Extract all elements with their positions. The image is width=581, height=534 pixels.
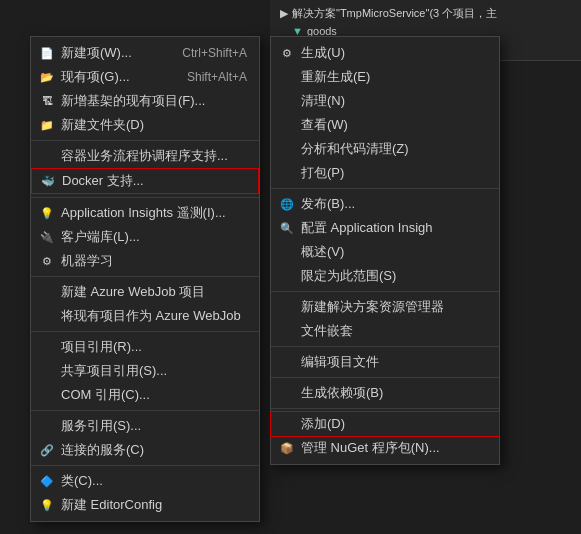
class-label: 类(C)... xyxy=(61,472,103,490)
build-label: 生成(U) xyxy=(301,44,345,62)
menu-container-orchestration[interactable]: 容器业务流程协调程序支持... xyxy=(31,144,259,168)
menu-manage-nuget[interactable]: 📦 管理 NuGet 程序包(N)... xyxy=(271,436,499,460)
edit-project-label: 编辑项目文件 xyxy=(301,353,379,371)
sep1 xyxy=(31,140,259,141)
solution-title: 解决方案"TmpMicroService"(3 个项目，主 xyxy=(292,6,497,21)
solution-row: ▶ 解决方案"TmpMicroService"(3 个项目，主 xyxy=(276,4,575,23)
solution-icon: ▶ xyxy=(280,7,288,20)
right-context-menu: ⚙ 生成(U) 重新生成(E) 清理(N) 查看(W) 分析和代码清理(Z) 打… xyxy=(270,36,500,465)
add-label: 添加(D) xyxy=(301,415,345,433)
menu-class[interactable]: 🔷 类(C)... xyxy=(31,469,259,493)
view-label: 查看(W) xyxy=(301,116,348,134)
right-sep3 xyxy=(271,346,499,347)
file-nesting-label: 文件嵌套 xyxy=(301,322,353,340)
ml-label: 机器学习 xyxy=(61,252,113,270)
menu-pack[interactable]: 打包(P) xyxy=(271,161,499,185)
editor-config-icon: 💡 xyxy=(39,497,55,513)
publish-label: 发布(B)... xyxy=(301,195,355,213)
left-context-menu: 📄 新建项(W)... Ctrl+Shift+A 📂 现有项(G)... Shi… xyxy=(30,36,260,522)
new-folder-label: 新建文件夹(D) xyxy=(61,116,144,134)
menu-publish[interactable]: 🌐 发布(B)... xyxy=(271,192,499,216)
new-item-shortcut: Ctrl+Shift+A xyxy=(182,46,247,60)
menu-clean[interactable]: 清理(N) xyxy=(271,89,499,113)
menu-existing-azure-webjob[interactable]: 将现有项目作为 Azure WebJob xyxy=(31,304,259,328)
publish-icon: 🌐 xyxy=(279,196,295,212)
menu-app-insights[interactable]: 💡 Application Insights 遥测(I)... xyxy=(31,201,259,225)
configure-insights-label: 配置 Application Insigh xyxy=(301,219,433,237)
app-insights-icon: 💡 xyxy=(39,205,55,221)
clean-label: 清理(N) xyxy=(301,92,345,110)
client-lib-label: 客户端库(L)... xyxy=(61,228,140,246)
container-orch-label: 容器业务流程协调程序支持... xyxy=(61,147,228,165)
manage-nuget-label: 管理 NuGet 程序包(N)... xyxy=(301,439,440,457)
menu-existing-item[interactable]: 📂 现有项(G)... Shift+Alt+A xyxy=(31,65,259,89)
com-ref-label: COM 引用(C)... xyxy=(61,386,150,404)
menu-add[interactable]: 添加(D) xyxy=(271,412,499,436)
new-azure-webjob-label: 新建 Azure WebJob 项目 xyxy=(61,283,205,301)
editor-config-label: 新建 EditorConfig xyxy=(61,496,162,514)
analyze-label: 分析和代码清理(Z) xyxy=(301,140,409,158)
menu-service-ref[interactable]: 服务引用(S)... xyxy=(31,414,259,438)
sep5 xyxy=(31,410,259,411)
existing-item-shortcut: Shift+Alt+A xyxy=(187,70,247,84)
rebuild-label: 重新生成(E) xyxy=(301,68,370,86)
build-icon: ⚙ xyxy=(279,45,295,61)
client-lib-icon: 🔌 xyxy=(39,229,55,245)
right-sep2 xyxy=(271,291,499,292)
scaffold-label: 新增基架的现有项目(F)... xyxy=(61,92,205,110)
menu-new-editor-config[interactable]: 💡 新建 EditorConfig xyxy=(31,493,259,517)
shared-project-ref-label: 共享项目引用(S)... xyxy=(61,362,167,380)
menu-scaffold[interactable]: 🏗 新增基架的现有项目(F)... xyxy=(31,89,259,113)
docker-label: Docker 支持... xyxy=(62,172,144,190)
nuget-icon: 📦 xyxy=(279,440,295,456)
right-sep1 xyxy=(271,188,499,189)
menu-rebuild[interactable]: 重新生成(E) xyxy=(271,65,499,89)
menu-edit-project[interactable]: 编辑项目文件 xyxy=(271,350,499,374)
right-sep4 xyxy=(271,377,499,378)
scaffold-icon: 🏗 xyxy=(39,93,55,109)
menu-project-ref[interactable]: 项目引用(R)... xyxy=(31,335,259,359)
overview-label: 概述(V) xyxy=(301,243,344,261)
menu-limit-scope[interactable]: 限定为此范围(S) xyxy=(271,264,499,288)
menu-generate-deps[interactable]: 生成依赖项(B) xyxy=(271,381,499,405)
existing-azure-webjob-label: 将现有项目作为 Azure WebJob xyxy=(61,307,241,325)
connected-services-menu-label: 连接的服务(C) xyxy=(61,441,144,459)
menu-connected-services[interactable]: 🔗 连接的服务(C) xyxy=(31,438,259,462)
menu-view[interactable]: 查看(W) xyxy=(271,113,499,137)
menu-shared-project-ref[interactable]: 共享项目引用(S)... xyxy=(31,359,259,383)
app-insights-label: Application Insights 遥测(I)... xyxy=(61,204,226,222)
right-sep5 xyxy=(271,408,499,409)
menu-build[interactable]: ⚙ 生成(U) xyxy=(271,41,499,65)
menu-new-folder[interactable]: 📁 新建文件夹(D) xyxy=(31,113,259,137)
sep6 xyxy=(31,465,259,466)
new-folder-icon: 📁 xyxy=(39,117,55,133)
existing-item-label: 现有项(G)... xyxy=(61,68,130,86)
pack-label: 打包(P) xyxy=(301,164,344,182)
connected-services-menu-icon: 🔗 xyxy=(39,442,55,458)
service-ref-label: 服务引用(S)... xyxy=(61,417,141,435)
new-item-label: 新建项(W)... xyxy=(61,44,132,62)
menu-com-ref[interactable]: COM 引用(C)... xyxy=(31,383,259,407)
menu-new-item[interactable]: 📄 新建项(W)... Ctrl+Shift+A xyxy=(31,41,259,65)
configure-insights-icon: 🔍 xyxy=(279,220,295,236)
menu-new-solution-folder[interactable]: 新建解决方案资源管理器 xyxy=(271,295,499,319)
menu-new-azure-webjob[interactable]: 新建 Azure WebJob 项目 xyxy=(31,280,259,304)
menu-file-nesting[interactable]: 文件嵌套 xyxy=(271,319,499,343)
sep4 xyxy=(31,331,259,332)
menu-docker[interactable]: 🐳 Docker 支持... xyxy=(31,168,259,194)
new-solution-folder-label: 新建解决方案资源管理器 xyxy=(301,298,444,316)
sep2 xyxy=(31,197,259,198)
class-icon: 🔷 xyxy=(39,473,55,489)
project-ref-label: 项目引用(R)... xyxy=(61,338,142,356)
menu-analyze[interactable]: 分析和代码清理(Z) xyxy=(271,137,499,161)
docker-icon: 🐳 xyxy=(40,173,56,189)
limit-scope-label: 限定为此范围(S) xyxy=(301,267,396,285)
new-item-icon: 📄 xyxy=(39,45,55,61)
menu-client-library[interactable]: 🔌 客户端库(L)... xyxy=(31,225,259,249)
menu-configure-insights[interactable]: 🔍 配置 Application Insigh xyxy=(271,216,499,240)
menu-overview[interactable]: 概述(V) xyxy=(271,240,499,264)
menu-machine-learning[interactable]: ⚙ 机器学习 xyxy=(31,249,259,273)
existing-item-icon: 📂 xyxy=(39,69,55,85)
ml-icon: ⚙ xyxy=(39,253,55,269)
generate-deps-label: 生成依赖项(B) xyxy=(301,384,383,402)
